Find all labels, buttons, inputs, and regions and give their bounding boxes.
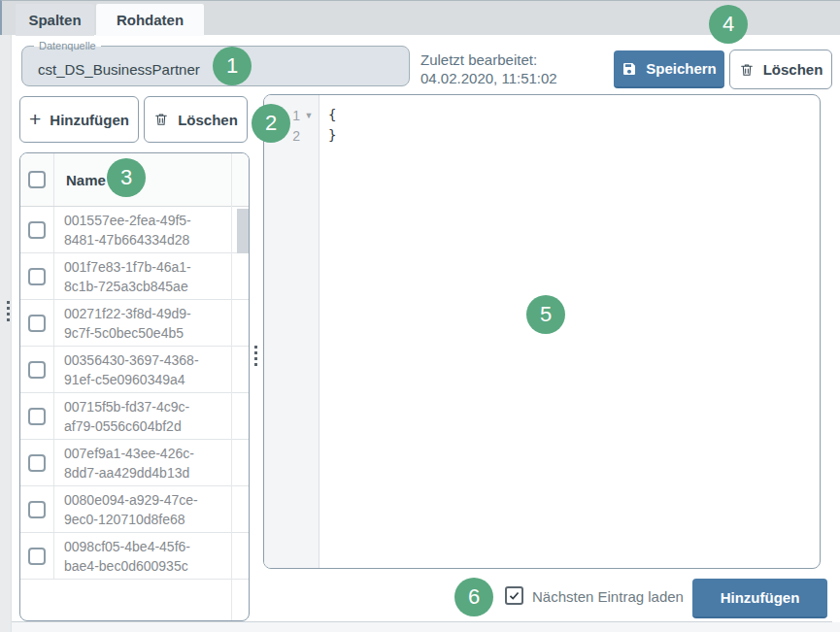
table-row[interactable]: 001f7e83-1f7b-46a1-8c1b-725a3cb845ae xyxy=(20,253,249,300)
annotation-badge-6: 6 xyxy=(454,578,493,616)
row-checkbox[interactable] xyxy=(28,268,46,285)
last-edited-label: Zuletzt bearbeitet: xyxy=(420,50,557,69)
name-column-header: Name xyxy=(66,172,106,188)
middle-splitter-handle-icon[interactable] xyxy=(254,346,257,366)
tab-spalten[interactable]: Spalten xyxy=(16,4,94,36)
editor-code[interactable]: {} xyxy=(328,105,820,568)
row-name-line2: bae4-bec0d600935c xyxy=(64,558,188,574)
row-checkbox[interactable] xyxy=(28,501,46,518)
row-name-line1: 0080e094-a929-47ce- xyxy=(64,492,198,508)
save-button[interactable]: Speichern xyxy=(614,50,724,88)
table-body: 001557ee-2fea-49f5-8481-47b664334d28 001… xyxy=(20,207,249,580)
row-name-line1: 00715f5b-fd37-4c9c- xyxy=(64,399,189,415)
tab-spalten-label: Spalten xyxy=(28,12,81,28)
last-edited-timestamp: 04.02.2020, 11:51:02 xyxy=(420,69,557,87)
table-row[interactable]: 007ef9a1-43ee-426c-8dd7-aa429dd4b13d xyxy=(20,440,249,486)
annotation-badge-5: 5 xyxy=(526,295,565,334)
row-name-line1: 0098cf05-4be4-45f6- xyxy=(64,539,190,554)
table-row[interactable]: 0080e094-a929-47ce-9ec0-120710d8fe68 xyxy=(20,486,249,533)
load-next-entry-label: Nächsten Eintrag laden xyxy=(532,587,684,606)
check-icon xyxy=(508,589,521,602)
row-checkbox[interactable] xyxy=(28,548,46,565)
last-edited-text: Zuletzt bearbeitet: 04.02.2020, 11:51:02 xyxy=(420,50,557,87)
save-button-label: Speichern xyxy=(646,60,717,77)
row-name-line1: 001f7e83-1f7b-46a1- xyxy=(64,259,191,275)
row-checkbox[interactable] xyxy=(28,361,46,379)
plus-icon: + xyxy=(29,109,41,129)
add-entry-label: Hinzufügen xyxy=(50,112,129,128)
table-row[interactable]: 00271f22-3f8d-49d9-9c7f-5c0bec50e4b5 xyxy=(20,300,249,347)
row-checkbox[interactable] xyxy=(28,221,46,239)
row-checkbox[interactable] xyxy=(28,315,46,332)
delete-datasource-button[interactable]: Löschen xyxy=(729,50,832,89)
row-name-line2: 91ef-c5e0960349a4 xyxy=(64,372,185,387)
trash-icon xyxy=(739,62,755,78)
panel-bottom-margin xyxy=(12,622,840,632)
add-footer-button[interactable]: Hinzufügen xyxy=(692,579,827,618)
annotation-badge-3: 3 xyxy=(107,158,146,197)
editor-gutter: 1 ▼ 2 xyxy=(264,95,319,568)
add-entry-button[interactable]: + Hinzufügen xyxy=(19,96,139,143)
annotation-badge-2: 2 xyxy=(252,104,290,143)
load-next-entry-checkbox[interactable] xyxy=(505,586,523,605)
select-all-cell xyxy=(20,153,54,206)
row-name-line1: 00271f22-3f8d-49d9- xyxy=(64,306,191,321)
row-name-line1: 007ef9a1-43ee-426c- xyxy=(64,446,194,461)
left-resize-strip xyxy=(0,35,12,632)
trash-icon xyxy=(153,112,169,127)
entries-table: Name 001557ee-2fea-49f5-8481-47b664334d2… xyxy=(19,152,250,621)
table-row[interactable]: 00715f5b-fd37-4c9c-af79-0556c604bf2d xyxy=(20,393,249,440)
delete-entry-label: Löschen xyxy=(178,112,238,128)
annotation-badge-4: 4 xyxy=(709,5,748,44)
delete-entry-button[interactable]: Löschen xyxy=(144,96,248,143)
delete-datasource-label: Löschen xyxy=(763,61,823,78)
table-row[interactable]: 001557ee-2fea-49f5-8481-47b664334d28 xyxy=(20,207,249,253)
tab-rohdaten[interactable]: Rohdaten xyxy=(96,4,204,36)
code-line: { xyxy=(328,107,336,122)
row-name-line2: 8c1b-725a3cb845ae xyxy=(64,279,188,294)
add-footer-label: Hinzufügen xyxy=(721,589,800,606)
annotation-badge-1: 1 xyxy=(213,47,252,85)
save-icon xyxy=(622,61,637,77)
tab-rohdaten-label: Rohdaten xyxy=(117,12,184,28)
row-name-line2: af79-0556c604bf2d xyxy=(64,418,182,434)
row-name-line1: 00356430-3697-4368- xyxy=(64,352,199,368)
row-name-line1: 001557ee-2fea-49f5- xyxy=(64,213,191,228)
fold-arrow-icon[interactable]: ▼ xyxy=(300,111,318,120)
table-row[interactable]: 0098cf05-4be4-45f6-bae4-bec0d600935c xyxy=(20,533,249,580)
row-name-line2: 9c7f-5c0bec50e4b5 xyxy=(64,325,184,341)
select-all-checkbox[interactable] xyxy=(28,171,46,188)
row-name-line2: 8dd7-aa429dd4b13d xyxy=(64,465,189,481)
table-row[interactable]: 00356430-3697-4368-91ef-c5e0960349a4 xyxy=(20,347,249,393)
row-name-line2: 8481-47b664334d28 xyxy=(64,232,189,248)
left-splitter-handle-icon[interactable] xyxy=(7,301,10,321)
row-checkbox[interactable] xyxy=(28,408,46,425)
row-checkbox[interactable] xyxy=(28,454,46,472)
datasource-value: cst_DS_BusinessPartner xyxy=(38,47,200,88)
table-scrollbar-thumb[interactable] xyxy=(237,209,249,253)
row-name-line2: 9ec0-120710d8fe68 xyxy=(64,512,185,527)
code-line: } xyxy=(328,127,336,143)
table-column-divider xyxy=(231,153,232,620)
